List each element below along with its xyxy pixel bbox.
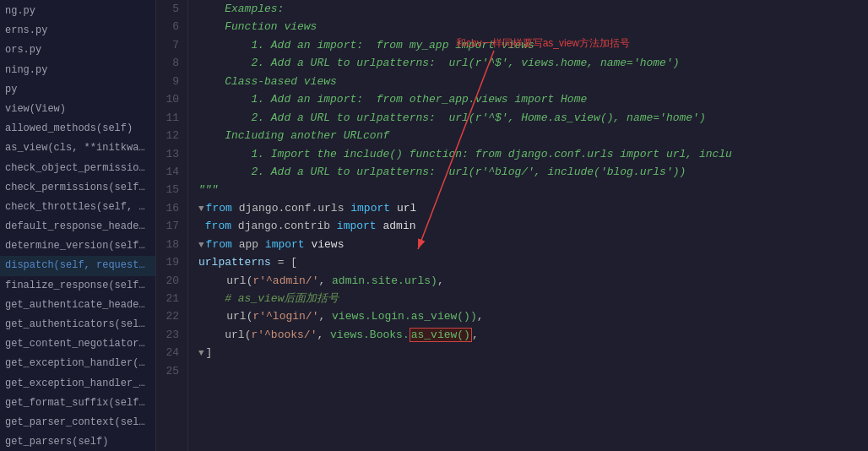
- code-line-7: 1. Add an import: from my_app import vie…: [198, 36, 868, 54]
- code-line-14: 2. Add a URL to urlpatterns: url(r'^blog…: [198, 163, 868, 181]
- line-num-23: 23: [156, 326, 182, 344]
- code-line-20: url(r'^admin/', admin.site.urls),: [198, 272, 868, 290]
- sidebar-item-12[interactable]: determine_version(self, request: [0, 236, 155, 256]
- code-line-11: 2. Add a URL to urlpatterns: url(r'^$', …: [198, 109, 868, 127]
- sidebar-item-14[interactable]: finalize_response(self, request,: [0, 276, 155, 296]
- sidebar-item-17[interactable]: get_content_negotiator(self): [0, 334, 155, 354]
- code-line-10: 1. Add an import: from other_app.views i…: [198, 90, 868, 108]
- line-num-8: 8: [156, 54, 182, 72]
- sidebar-item-8[interactable]: check_object_permissions(self,: [0, 159, 155, 178]
- sidebar-item-6[interactable]: allowed_methods(self): [0, 119, 155, 139]
- line-num-17: 17: [156, 217, 182, 235]
- sidebar-item-22[interactable]: get_parsers(self): [0, 432, 155, 451]
- line-num-10: 10: [156, 90, 182, 108]
- line-num-13: 13: [156, 145, 182, 163]
- code-line-9: Class-based views: [198, 73, 868, 90]
- line-num-5: 5: [156, 0, 182, 18]
- sidebar-item-7[interactable]: as_view(cls, **initkwargs): [0, 139, 155, 158]
- line-num-22: 22: [156, 307, 182, 325]
- code-line-22: url(r'^login/', views.Login.as_view()),: [198, 307, 868, 325]
- line-num-12: 12: [156, 127, 182, 144]
- sidebar-item-9[interactable]: check_permissions(self, reques: [0, 178, 155, 198]
- line-num-11: 11: [156, 109, 182, 127]
- line-num-7: 7: [156, 36, 182, 54]
- code-line-19: urlpatterns = [: [198, 253, 868, 271]
- line-numbers: 5678910111213141516171819202122232425: [156, 0, 188, 451]
- line-num-16: 16: [156, 199, 182, 217]
- sidebar-item-13[interactable]: dispatch(self, request, *args, **: [0, 256, 155, 275]
- sidebar: ng.pyerns.pyors.pyning.pypyview(View)all…: [0, 0, 156, 451]
- line-num-21: 21: [156, 290, 182, 307]
- code-line-21: # as_view后面加括号: [198, 290, 868, 307]
- line-num-18: 18: [156, 236, 182, 253]
- code-content[interactable]: Examples: Function views 1. Add an impor…: [188, 0, 868, 451]
- sidebar-item-16[interactable]: get_authenticators(self): [0, 315, 155, 334]
- sidebar-item-18[interactable]: get_exception_handler(self): [0, 354, 155, 373]
- sidebar-item-21[interactable]: get_parser_context(self, http_re: [0, 413, 155, 432]
- sidebar-item-10[interactable]: check_throttles(self, request): [0, 198, 155, 217]
- code-line-6: Function views: [198, 18, 868, 35]
- code-line-24: ▼]: [198, 344, 868, 361]
- code-line-12: Including another URLconf: [198, 127, 868, 144]
- code-line-13: 1. Import the include() function: from d…: [198, 145, 868, 163]
- code-line-23: url(r'^books/', views.Books.as_view(),: [198, 326, 868, 344]
- line-num-20: 20: [156, 272, 182, 290]
- sidebar-item-5[interactable]: view(View): [0, 100, 155, 119]
- line-num-25: 25: [156, 362, 182, 380]
- code-line-18: ▼from app import views: [198, 236, 868, 253]
- sidebar-item-2[interactable]: ors.py: [0, 41, 155, 60]
- line-num-19: 19: [156, 253, 182, 271]
- sidebar-item-19[interactable]: get_exception_handler_context(: [0, 374, 155, 394]
- editor: 5678910111213141516171819202122232425 Ex…: [156, 0, 868, 451]
- code-line-17: from django.contrib import admin: [198, 217, 868, 235]
- sidebar-item-15[interactable]: get_authenticate_header(self, re: [0, 296, 155, 315]
- sidebar-item-1[interactable]: erns.py: [0, 21, 155, 41]
- code-line-16: ▼from django.conf.urls import url: [198, 199, 868, 217]
- code-area: 5678910111213141516171819202122232425 Ex…: [156, 0, 868, 451]
- line-num-14: 14: [156, 163, 182, 181]
- code-line-5: Examples:: [198, 0, 868, 18]
- sidebar-item-0[interactable]: ng.py: [0, 2, 155, 21]
- sidebar-item-3[interactable]: ning.py: [0, 61, 155, 80]
- line-num-6: 6: [156, 18, 182, 35]
- code-line-8: 2. Add a URL to urlpatterns: url(r'^$', …: [198, 54, 868, 72]
- line-num-24: 24: [156, 344, 182, 361]
- line-num-9: 9: [156, 73, 182, 90]
- code-line-15: """: [198, 181, 868, 198]
- sidebar-item-4[interactable]: py: [0, 80, 155, 100]
- sidebar-item-20[interactable]: get_format_suffix(self, **kwargs: [0, 394, 155, 413]
- sidebar-item-11[interactable]: default_response_headers(self): [0, 217, 155, 236]
- line-num-15: 15: [156, 181, 182, 198]
